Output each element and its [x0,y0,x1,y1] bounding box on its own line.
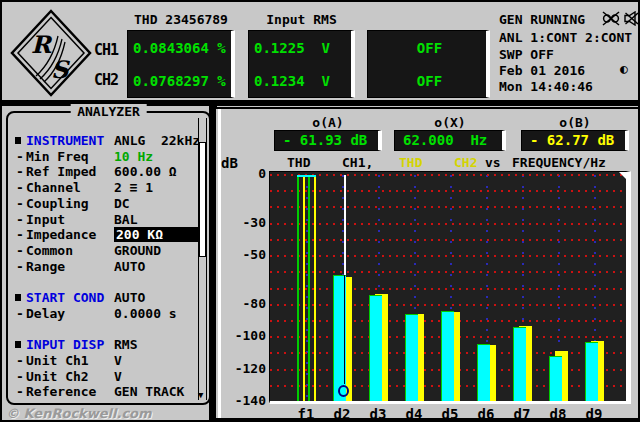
analyzer-row-input[interactable]: -InputBAL [8,212,209,227]
row-value: 0.0000 s [114,306,177,321]
row-label: INSTRUMENT [26,133,104,148]
analyzer-row-common[interactable]: -CommonGROUND [8,243,209,258]
cursor-line [344,175,346,275]
row-label: Coupling [26,196,89,211]
legend-item: THD [399,155,422,170]
item-bullet: - [16,212,24,227]
bar-ch1-d9 [585,342,598,404]
meter-value: OFF [368,74,486,88]
row-label: Min Freq [26,149,89,164]
cursor-marker [338,385,349,397]
meter-value: 0.0843064 % [128,41,231,55]
scrollbar-down-arrow[interactable]: ▼ [198,391,203,400]
cursor-readout-value: 62.000 Hz [394,130,506,151]
gridline [270,174,626,176]
analyzer-row-unit-ch2[interactable]: -Unit Ch2V [8,369,209,384]
cursor-readout-label: o(X) [394,115,506,130]
legend-item: vs [485,155,501,170]
status-gen: GEN RUNNING [499,12,585,27]
y-tick-label: -80 [216,296,266,311]
cursor-readout-label: o(A) [274,115,382,130]
gridline [270,288,626,290]
analyzer-row-unit-ch1[interactable]: -Unit Ch1V [8,353,209,368]
y-tick-label: 0 [216,166,266,181]
bar-ch1-d7 [513,327,526,404]
row-value: ANLG 22kHz [114,133,200,148]
legend-item: CH2 [454,155,477,170]
gridline [270,401,626,403]
rs-logo: R S [9,8,93,102]
cursor-line-lower [344,275,345,384]
item-bullet: - [16,353,24,368]
svg-text:S: S [51,55,70,84]
bar-top-f1 [297,175,316,177]
row-value: 600.00 Ω [114,164,177,179]
x-tick-label: d6 [466,406,506,422]
x-tick-label: d9 [574,406,614,422]
cursor-readout-value: - 61.93 dB [274,130,382,151]
row-label: Ref Imped [26,164,96,179]
item-bullet: - [16,259,24,274]
svg-text:R: R [31,30,53,59]
x-tick-label: f1 [286,406,326,422]
meter-display: 0.0843064 %0.0768297 % [127,30,235,98]
row-label: Impedance [26,227,96,242]
analyzer-row-reference[interactable]: -ReferenceGEN TRACK [8,384,209,399]
status-time: Mon 14:40:46 [499,79,593,94]
row-label: Input [26,212,65,227]
item-bullet: - [16,196,24,211]
group-bullet [15,137,21,144]
row-value: 2 ≡ 1 [114,180,153,195]
x-tick-label: d5 [430,406,470,422]
analyzer-row-channel[interactable]: -Channel2 ≡ 1 [8,180,209,195]
analyzer-row-ref-imped[interactable]: -Ref Imped600.00 Ω [8,164,209,179]
x-tick-label: d7 [502,406,542,422]
analyzer-scrollbar[interactable]: ▼ [198,118,207,400]
item-bullet: - [16,180,24,195]
group-bullet [15,294,21,301]
meter-display: 0.1225 V0.1234 V [248,30,355,98]
x-tick-label: d4 [394,406,434,422]
meter-value: 0.0768297 % [128,74,231,88]
row-label: Range [26,259,65,274]
analyzer-row-input-disp[interactable]: INPUT DISPRMS [8,337,209,352]
status-anl: ANL 1:CONT 2:CONT [499,30,632,45]
analyzer-row-min-freq[interactable]: -Min Freq10 Hz [8,149,209,164]
analyzer-row-impedance[interactable]: -Impedance200 KΩ [8,227,209,242]
item-bullet: - [16,384,24,399]
y-tick-label: -50 [216,247,266,262]
row-label: Reference [26,384,96,399]
bar-ch1-d4 [405,314,418,404]
row-label: Channel [26,180,81,195]
channel-label-ch2: CH2 [94,71,118,89]
row-label: Common [26,243,73,258]
analyzer-row-delay[interactable]: -Delay0.0000 s [8,306,209,321]
y-tick-label: -30 [216,215,266,230]
cursor-readout-label: o(B) [521,115,629,130]
chart-block: o(A)- 61.93 dBo(X)62.000 Hzo(B)- 62.77 d… [214,107,640,420]
instrument-screen: R S CH1 CH2 THD 234567890.0843064 %0.076… [0,0,640,422]
row-label: INPUT DISP [26,337,104,352]
gridline [270,255,626,257]
watermark: © KenRockwell.com [6,406,152,421]
bar-ch2-f1 [303,175,316,404]
item-bullet: - [16,243,24,258]
gridline [270,190,626,192]
speaker-muted-icon [623,11,640,30]
x-tick-label: d8 [538,406,578,422]
legend-item: CH1, [342,155,373,170]
meter-title: THD 23456789 [127,12,235,27]
item-bullet: - [16,149,24,164]
group-bullet [15,341,21,348]
row-value: RMS [114,337,137,352]
row-value: 10 Hz [114,149,153,164]
analyzer-row-range[interactable]: -RangeAUTO [8,259,209,274]
row-value: DC [114,196,130,211]
legend-item: THD [287,155,310,170]
analyzer-row-coupling[interactable]: -CouplingDC [8,196,209,211]
analyzer-row-start-cond[interactable]: START CONDAUTO [8,290,209,305]
gridline [270,239,626,241]
analyzer-row-instrument[interactable]: INSTRUMENTANLG 22kHz [8,133,209,148]
scrollbar-thumb[interactable] [199,142,206,257]
plot-area [269,171,631,404]
